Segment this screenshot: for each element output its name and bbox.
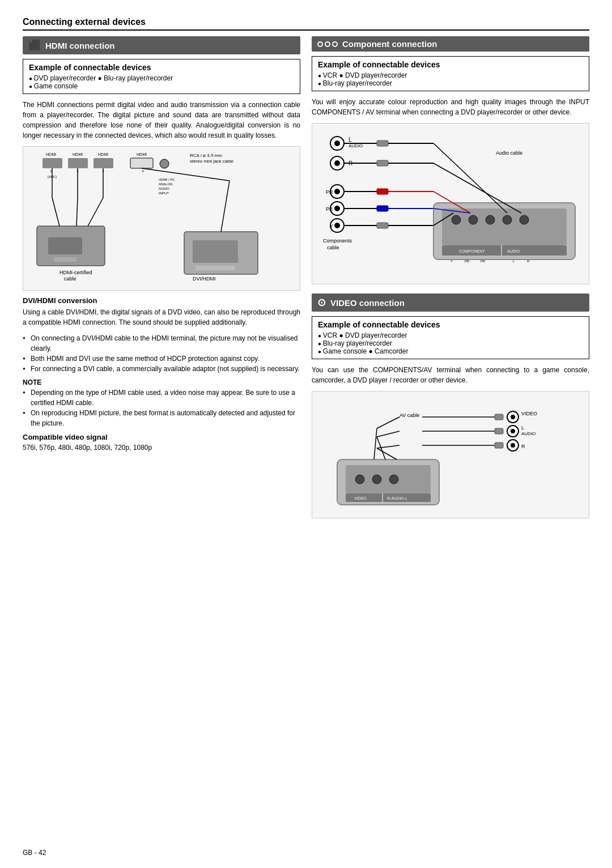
- page-footer-text: GB - 42: [23, 849, 46, 857]
- hdmi-icon: ⬛: [28, 39, 41, 52]
- svg-text:R: R: [527, 259, 530, 263]
- svg-text:HDMI-certified: HDMI-certified: [60, 270, 92, 275]
- svg-text:R-AUDIO-L: R-AUDIO-L: [387, 496, 407, 500]
- svg-line-23: [88, 198, 103, 226]
- svg-point-92: [511, 443, 515, 448]
- video-example-box: Example of connectable devices VCR ● DVD…: [312, 316, 589, 359]
- svg-line-18: [142, 168, 230, 181]
- svg-text:VIDEO: VIDEO: [354, 496, 367, 500]
- svg-point-61: [452, 215, 461, 224]
- video-icon: ⊙: [317, 296, 326, 309]
- hdmi-port-2: [68, 158, 88, 168]
- hdmi-example-item-1: DVD player/recorder ● Blu-ray player/rec…: [29, 74, 294, 82]
- svg-text:DVI/HDMI: DVI/HDMI: [193, 276, 216, 282]
- component-header-label: Component connection: [342, 39, 437, 49]
- compatible-text: 576i, 576p, 480i, 480p, 1080i, 720p, 108…: [23, 444, 300, 452]
- svg-rect-40: [377, 160, 388, 166]
- component-dot-3: [332, 41, 338, 47]
- svg-rect-56: [377, 223, 388, 228]
- svg-rect-24: [193, 240, 238, 263]
- video-example-heading: Example of connectable devices: [318, 320, 583, 329]
- dvi-body: Using a cable DVI/HDMI, the digital sign…: [23, 307, 300, 327]
- dvi-bullet-2: Both HDMI and DVI use the same method of…: [23, 354, 300, 364]
- component-dot-2: [325, 41, 330, 47]
- svg-text:HDMI: HDMI: [137, 152, 147, 156]
- dvi-bullet-list: On connecting a DVI/HDMI cable to the HD…: [23, 333, 300, 374]
- svg-rect-20: [54, 257, 76, 262]
- page-footer: GB - 42: [23, 849, 46, 857]
- video-section-header: ⊙ VIDEO connection: [312, 293, 589, 312]
- svg-rect-85: [495, 428, 503, 434]
- video-example-item-2: Blu-ray player/recorder: [318, 339, 583, 347]
- hdmi-example-heading: Example of connectable devices: [29, 63, 294, 72]
- svg-rect-35: [377, 141, 388, 146]
- hdmi-port-3: [94, 158, 113, 168]
- dvi-bullet-3: For connecting a DVI cable, a commercial…: [23, 364, 300, 374]
- svg-line-107: [377, 448, 397, 459]
- svg-point-89: [511, 429, 515, 433]
- component-example-heading: Example of connectable devices: [318, 60, 583, 69]
- svg-text:AUDIO: AUDIO: [521, 431, 536, 436]
- video-example-item-1: VCR ● DVD player/recorder: [318, 331, 583, 339]
- svg-text:Audio cable: Audio cable: [496, 150, 522, 156]
- note-bullet-1: Depending on the type of HDMI cable used…: [23, 388, 300, 408]
- compatible-heading: Compatible video signal: [23, 433, 300, 441]
- svg-text:AV cable: AV cable: [400, 412, 419, 418]
- svg-rect-60: [442, 209, 567, 245]
- note-label: NOTE: [23, 378, 300, 386]
- svg-text:PR: PR: [481, 259, 486, 263]
- hdmi-diagram: HDMI 1 HDMI 2 HDMI 3 (ARC) HDMI 4 RCA / …: [23, 146, 300, 291]
- hdmi-diagram-svg: HDMI 1 HDMI 2 HDMI 3 (ARC) HDMI 4 RCA / …: [29, 152, 294, 283]
- svg-point-53: [334, 223, 340, 228]
- note-bullet-list: Depending on the type of HDMI cable used…: [23, 388, 300, 428]
- hdmi-example-box: Example of connectable devices DVD playe…: [23, 59, 300, 94]
- svg-point-87: [511, 415, 515, 419]
- svg-text:COMPONENT: COMPONENT: [459, 249, 485, 253]
- svg-line-21: [52, 198, 60, 226]
- component-body: You will enjoy accurate colour reproduct…: [312, 97, 589, 117]
- svg-text:L: L: [348, 137, 352, 143]
- component-diagram: L AUDIO R Audio cable: [312, 123, 589, 284]
- video-body: You can use the COMPONENTS/AV terminal w…: [312, 365, 589, 385]
- svg-line-95: [377, 431, 400, 437]
- svg-point-64: [503, 215, 512, 224]
- note-bullet-2: On reproducing HDMI picture, the best fo…: [23, 408, 300, 428]
- svg-point-62: [469, 215, 478, 224]
- component-dot-1: [317, 41, 323, 47]
- svg-rect-84: [495, 414, 503, 420]
- component-example-list: VCR ● DVD player/recorder Blu-ray player…: [318, 71, 583, 87]
- svg-text:PB: PB: [326, 206, 333, 212]
- component-example-box: Example of connectable devices VCR ● DVD…: [312, 56, 589, 91]
- component-diagram-svg: L AUDIO R Audio cable: [318, 129, 583, 276]
- video-example-list: VCR ● DVD player/recorder Blu-ray player…: [318, 331, 583, 355]
- svg-rect-25: [196, 266, 235, 270]
- svg-text:stereo mini jack cable: stereo mini jack cable: [190, 159, 233, 164]
- svg-point-48: [334, 206, 340, 211]
- svg-text:cable: cable: [196, 282, 208, 283]
- svg-rect-86: [495, 442, 503, 448]
- hdmi-example-list: DVD player/recorder ● Blu-ray player/rec…: [29, 74, 294, 90]
- dvi-bullet-1: On connecting a DVI/HDMI cable to the HD…: [23, 333, 300, 354]
- component-section-header: Component connection: [312, 36, 589, 52]
- svg-text:HDMI: HDMI: [46, 152, 56, 156]
- page-title: Connecting external devices: [23, 17, 589, 31]
- svg-point-65: [520, 215, 529, 224]
- svg-point-99: [372, 475, 381, 484]
- component-example-item-2: Blu-ray player/recorder: [318, 79, 583, 87]
- svg-point-31: [334, 141, 340, 146]
- svg-text:cable: cable: [64, 276, 76, 282]
- svg-text:AUDIO: AUDIO: [159, 187, 169, 190]
- svg-text:PR: PR: [326, 189, 333, 195]
- svg-rect-51: [377, 206, 388, 211]
- svg-text:HDMI: HDMI: [98, 152, 108, 156]
- svg-text:RCA / ø 3.5 mm: RCA / ø 3.5 mm: [190, 153, 222, 158]
- hdmi-port-1: [42, 158, 62, 168]
- svg-text:VIDEO: VIDEO: [521, 411, 537, 416]
- hdmi-header-label: HDMI connection: [45, 41, 115, 50]
- svg-text:INPUT: INPUT: [159, 192, 169, 195]
- video-example-item-3: Game console ● Camcorder: [318, 347, 583, 355]
- hdmi-port-4: [130, 158, 153, 168]
- svg-text:AUDIO: AUDIO: [348, 143, 363, 148]
- dvi-heading: DVI/HDMI conversion: [23, 296, 300, 305]
- svg-point-43: [334, 189, 340, 194]
